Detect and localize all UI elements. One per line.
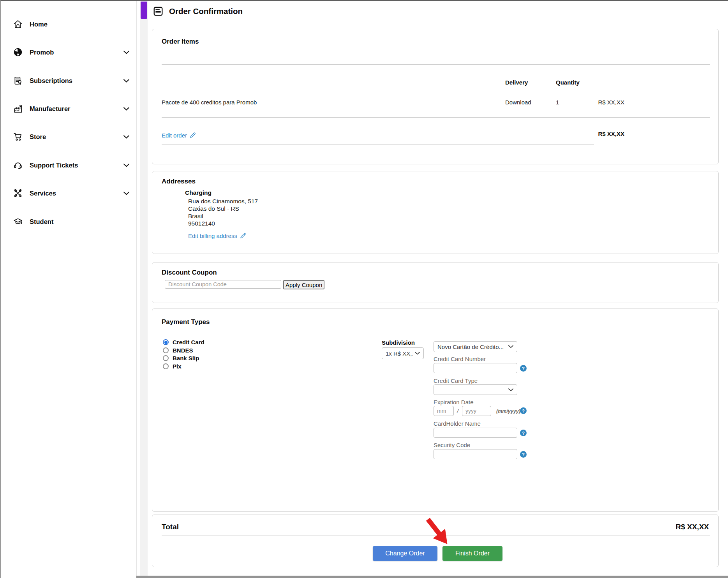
home-icon — [13, 19, 23, 29]
radio-bndes[interactable]: BNDES — [163, 347, 193, 354]
help-icon[interactable]: ? — [520, 430, 527, 436]
sidebar-item-label: Promob — [30, 49, 54, 56]
address-city: Caxias do Sul - RS — [188, 205, 239, 212]
radio-selected-icon — [163, 339, 169, 345]
column-header-delivery: Delivery — [505, 79, 528, 86]
chevron-down-icon — [123, 164, 129, 167]
graduation-cap-icon — [13, 217, 23, 227]
sidebar-item-support-tickets[interactable]: Support Tickets — [1, 151, 136, 179]
sidebar-item-store[interactable]: Store — [1, 123, 136, 151]
address-street: Rua dos Cinamomos, 517 — [188, 198, 258, 205]
radio-icon — [163, 355, 169, 361]
pencil-icon — [240, 232, 247, 239]
factory-icon — [13, 104, 23, 114]
sidebar-item-subscriptions[interactable]: Subscriptions — [1, 67, 136, 95]
subdivision-select[interactable]: 1x R$ XX,XX — [382, 347, 424, 359]
tools-icon — [13, 188, 23, 198]
total-label: Total — [162, 523, 179, 531]
pencil-icon — [189, 132, 196, 139]
cardholder-name-input[interactable] — [434, 428, 517, 438]
addresses-card: Addresses Charging Rua dos Cinamomos, 51… — [152, 171, 719, 254]
radio-credit-card[interactable]: Credit Card — [163, 339, 204, 345]
address-country: Brasil — [188, 213, 203, 220]
security-code-label: Security Code — [434, 442, 470, 448]
sidebar-item-services[interactable]: Services — [1, 179, 136, 207]
date-separator: / — [457, 408, 458, 414]
discount-coupon-card: Discount Coupon Apply Coupon — [152, 262, 719, 303]
saved-card-select[interactable]: Novo Cartão de Crédito... — [434, 341, 517, 352]
address-zip: 95012140 — [188, 220, 215, 227]
sidebar-item-label: Home — [30, 21, 48, 28]
total-amount: R$ XX,XX — [675, 523, 709, 531]
sidebar-item-student[interactable]: Student — [1, 208, 136, 236]
sidebar-item-manufacturer[interactable]: Manufacturer — [1, 95, 136, 123]
credit-card-type-label: Credit Card Type — [434, 377, 478, 384]
payment-types-heading: Payment Types — [162, 318, 210, 326]
order-items-card: Order Items Delivery Quantity Pacote de … — [152, 29, 719, 164]
credit-card-number-label: Credit Card Number — [434, 356, 486, 362]
chevron-down-icon — [508, 345, 513, 348]
chevron-down-icon — [415, 352, 420, 355]
edit-billing-address-link[interactable]: Edit billing address — [188, 232, 247, 239]
credit-card-type-select[interactable] — [434, 384, 517, 395]
help-icon[interactable]: ? — [520, 365, 527, 372]
radio-label: Pix — [173, 363, 182, 370]
help-icon[interactable]: ? — [520, 407, 527, 414]
cart-icon — [13, 132, 23, 142]
order-item-quantity: 1 — [556, 99, 559, 106]
vertical-scrollbar-track[interactable] — [140, 1, 148, 576]
order-subtotal: R$ XX,XX — [578, 130, 624, 137]
radio-icon — [163, 347, 169, 353]
payment-types-card: Payment Types Credit Card BNDES Bank Sli… — [152, 308, 719, 512]
sidebar-item-promob[interactable]: Promob — [1, 38, 136, 66]
edit-order-label: Edit order — [162, 132, 187, 139]
radio-label: Credit Card — [173, 339, 204, 345]
radio-icon — [163, 363, 169, 369]
saved-card-value: Novo Cartão de Crédito... — [437, 344, 504, 350]
promob-logo-icon — [13, 47, 23, 57]
chevron-down-icon — [123, 192, 129, 195]
order-item-link[interactable]: Pacote de 400 creditos para Promob — [162, 99, 257, 106]
chevron-down-icon — [123, 135, 129, 139]
subdivision-value: 1x R$ XX,XX — [386, 350, 412, 357]
security-code-input[interactable] — [434, 449, 517, 459]
sidebar-item-label: Subscriptions — [30, 77, 72, 85]
order-document-icon — [153, 5, 164, 17]
radio-label: Bank Slip — [173, 355, 199, 361]
charging-address-label: Charging — [185, 189, 212, 196]
order-confirmation-screen: Home Promob Subscriptions — [0, 0, 728, 578]
finish-order-button[interactable]: Finish Order — [442, 546, 502, 561]
radio-bank-slip[interactable]: Bank Slip — [163, 355, 199, 361]
order-items-heading: Order Items — [162, 38, 199, 46]
order-item-delivery: Download — [505, 99, 531, 106]
expiration-date-label: Expiration Date — [434, 399, 474, 405]
page-title: Order Confirmation — [169, 7, 243, 16]
radio-pix[interactable]: Pix — [163, 363, 182, 370]
discount-coupon-input[interactable] — [165, 280, 281, 289]
expiration-year-input[interactable] — [462, 406, 491, 416]
edit-billing-address-label: Edit billing address — [188, 233, 237, 239]
sidebar-item-label: Support Tickets — [30, 162, 78, 169]
expiration-month-input[interactable] — [434, 406, 454, 416]
page-header: Order Confirmation — [153, 5, 243, 17]
horizontal-scrollbar[interactable] — [136, 576, 728, 578]
sidebar-item-home[interactable]: Home — [1, 10, 136, 38]
apply-coupon-button[interactable]: Apply Coupon — [283, 280, 324, 289]
vertical-scrollbar-thumb[interactable] — [141, 2, 147, 19]
help-icon[interactable]: ? — [520, 451, 527, 458]
cardholder-name-label: CardHolder Name — [434, 420, 481, 427]
credit-card-number-input[interactable] — [434, 363, 517, 373]
addresses-heading: Addresses — [162, 178, 196, 185]
sidebar-item-label: Services — [30, 190, 56, 197]
edit-order-link[interactable]: Edit order — [162, 132, 196, 139]
sidebar-item-label: Student — [30, 218, 53, 226]
discount-coupon-heading: Discount Coupon — [162, 269, 217, 277]
sidebar: Home Promob Subscriptions — [1, 1, 137, 576]
sidebar-item-label: Store — [30, 133, 46, 141]
radio-label: BNDES — [173, 347, 193, 354]
order-item-price: R$ XX,XX — [578, 99, 624, 106]
change-order-button[interactable]: Change Order — [373, 546, 437, 561]
chevron-down-icon — [508, 388, 513, 391]
subscriptions-icon — [13, 76, 23, 86]
date-format-hint: (mm/yyyy) — [496, 409, 520, 414]
